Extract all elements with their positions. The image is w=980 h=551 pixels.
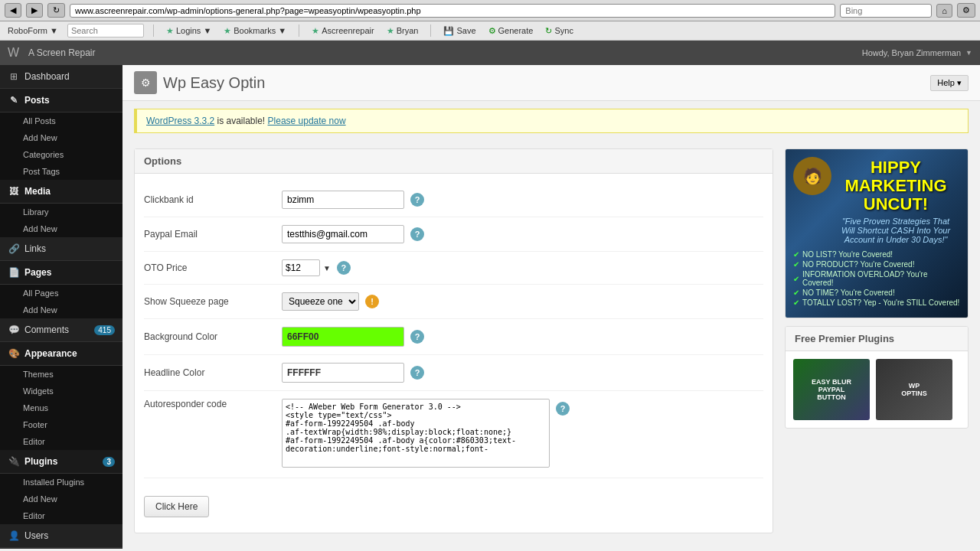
background-color-swatch[interactable]: 66FF00 [282,327,404,347]
ad-box-hippy: 🧑 HIPPY MARKETINGUNCUT! "Five Proven Str… [785,148,969,318]
plugin-img-2[interactable]: WP OPTINS [876,359,952,420]
sidebar-item-plugin-editor[interactable]: Editor [15,507,122,524]
notice-text: is available! [217,116,268,126]
all-pages-label: All Pages [23,289,58,298]
sidebar-plugins-label: Plugins [24,456,57,467]
separator1 [153,24,154,37]
browser-toolbar: RoboForm ▼ ★ Logins ▼ ★ Bookmarks ▼ ★ As… [0,21,980,41]
background-color-row: Background Color 66FF00 ? [144,319,763,355]
sidebar-item-add-new-plugin[interactable]: Add New [15,491,122,507]
toolbar-search-input[interactable] [67,24,144,37]
sidebar-item-widgets[interactable]: Widgets [15,383,122,399]
show-squeeze-select[interactable]: Squeeze one [282,292,359,311]
bookmarks-button[interactable]: ★ Bookmarks ▼ [220,24,289,37]
hippy-ad-image[interactable]: 🧑 HIPPY MARKETINGUNCUT! "Five Proven Str… [786,149,968,318]
home-button[interactable]: ⌂ [936,4,952,18]
plugin-img-1[interactable]: EASY BLUR PAYPAL BUTTON [793,359,870,420]
headline-color-help-icon[interactable]: ? [410,366,424,380]
back-button[interactable]: ◀ [5,3,21,18]
page-header: ⚙ Wp Easy Optin Help ▾ [122,65,980,101]
appearance-icon: 🎨 [8,348,20,359]
sidebar-item-appearance[interactable]: 🎨 Appearance [0,342,122,366]
oto-dropdown-arrow[interactable]: ▼ [323,264,331,272]
background-color-help-icon[interactable]: ? [410,330,424,344]
save-button[interactable]: 💾 Save [440,24,479,37]
oto-price-help-icon[interactable]: ? [337,261,351,275]
sidebar-item-plugins[interactable]: 🔌 Plugins 3 [0,450,122,474]
sidebar-media-label: Media [24,186,51,197]
side-column: 🧑 HIPPY MARKETINGUNCUT! "Five Proven Str… [785,148,969,533]
logins-button[interactable]: ★ Logins ▼ [163,24,214,37]
sidebar-comments-label: Comments [24,324,69,335]
sidebar-item-users[interactable]: 👤 Users [0,524,122,548]
submit-button[interactable]: Click Here [144,496,209,517]
plugin-1-label: EASY BLUR PAYPAL BUTTON [812,378,851,401]
ascreenrepair-link[interactable]: ★ Ascreenrepair [309,24,377,37]
autoresponder-control: <!-- AWeber Web Form Generator 3.0 --> <… [282,399,570,470]
paypal-email-row: Paypal Email ? [144,217,763,252]
generate-button[interactable]: ⚙ Generate [485,24,537,37]
site-name[interactable]: A Screen Repair [28,47,95,58]
sidebar-item-comments[interactable]: 💬 Comments 415 [0,318,122,342]
sidebar-item-all-posts[interactable]: All Posts [15,112,122,129]
sidebar-item-posts[interactable]: ✎ Posts [0,89,122,112]
roboform-dropdown[interactable]: RoboForm ▼ [5,24,61,37]
sidebar-item-menus[interactable]: Menus [15,399,122,416]
sidebar-item-footer[interactable]: Footer [15,416,122,433]
page-title-area: ⚙ Wp Easy Optin [134,71,265,94]
show-squeeze-help-icon[interactable]: ! [365,295,379,308]
paypal-email-input[interactable] [282,225,404,243]
sidebar-item-post-tags[interactable]: Post Tags [15,163,122,180]
sidebar-item-add-new-post[interactable]: Add New [15,129,122,146]
settings-button[interactable]: ⚙ [957,3,975,18]
sidebar-item-add-new-page[interactable]: Add New [15,302,122,318]
sidebar-item-add-new-media[interactable]: Add New [15,220,122,237]
sidebar-item-media[interactable]: 🖼 Media [0,180,122,204]
page-title-icon: ⚙ [134,71,157,94]
browser-search-input[interactable] [840,4,932,18]
sidebar-item-tools[interactable]: 🔧 Tools [0,548,122,549]
url-bar[interactable] [70,4,835,18]
user-menu-arrow[interactable]: ▼ [965,49,972,57]
menus-label: Menus [23,403,48,412]
sidebar-item-themes[interactable]: Themes [15,366,122,383]
comments-icon: 💬 [8,324,20,335]
forward-button[interactable]: ▶ [26,3,43,18]
clickbank-id-input[interactable] [282,191,404,209]
generate-label: Generate [498,26,534,35]
oto-price-input[interactable] [282,259,320,276]
sidebar-item-pages[interactable]: 📄 Pages [0,261,122,285]
plugins-submenu: Installed Plugins Add New Editor [0,474,122,524]
options-title: Options [135,149,773,174]
links-icon: 🔗 [8,243,20,254]
sidebar-item-library[interactable]: Library [15,204,122,220]
background-color-label: Background Color [144,331,282,342]
wordpress-update-link[interactable]: WordPress 3.3.2 [146,116,214,126]
sidebar-item-all-pages[interactable]: All Pages [15,285,122,302]
add-new-post-label: Add New [23,133,57,142]
please-update-link[interactable]: Please update now [268,116,346,126]
refresh-button[interactable]: ↻ [47,3,65,18]
background-color-control: 66FF00 ? [282,327,424,347]
sidebar-item-appearance-editor[interactable]: Editor [15,433,122,450]
show-squeeze-label: Show Squeeze page [144,296,282,307]
submit-row: Click Here [144,478,763,523]
autoresponder-help-icon[interactable]: ? [556,402,570,416]
sidebar-item-links[interactable]: 🔗 Links [0,237,122,261]
help-button[interactable]: Help ▾ [930,75,969,91]
sync-button[interactable]: ↻ Sync [542,24,576,37]
paypal-email-help-icon[interactable]: ? [410,227,424,241]
admin-bar-left: W A Screen Repair [8,46,96,60]
clickbank-id-control: ? [282,191,424,209]
save-label: Save [456,26,475,35]
oto-select-wrap: ▼ [282,259,331,276]
clickbank-id-help-icon[interactable]: ? [410,193,424,207]
oto-price-row: OTO Price ▼ ? [144,252,763,285]
autoresponder-textarea[interactable]: <!-- AWeber Web Form Generator 3.0 --> <… [282,399,550,468]
sidebar-item-dashboard[interactable]: ⊞ Dashboard [0,65,122,89]
headline-color-control: FFFFFF ? [282,363,424,383]
sidebar-item-installed-plugins[interactable]: Installed Plugins [15,474,122,491]
sidebar-item-categories[interactable]: Categories [15,146,122,163]
bryan-link[interactable]: ★ Bryan [384,24,422,37]
headline-color-swatch[interactable]: FFFFFF [282,363,404,383]
